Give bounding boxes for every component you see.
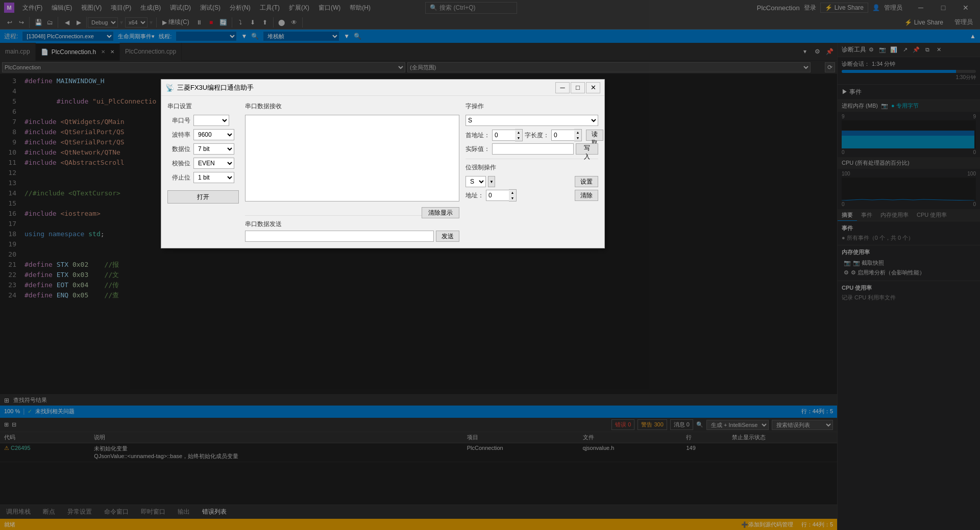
char-len-spinbox: ▲ ▼ [551,129,582,141]
baud-label: 波特率 [167,131,190,139]
char-len-down[interactable]: ▼ [574,135,581,141]
force-type-select[interactable]: S [465,176,486,187]
dialog-title: 三菱FX3U编程口通信助手 [177,83,552,92]
write-btn[interactable]: 写入 [576,143,598,155]
force-select-wrapper: S ▼ [465,176,495,187]
char-type-select[interactable]: S [465,115,598,126]
actual-input[interactable] [492,143,574,155]
char-len-label: 字长度： [525,131,549,140]
port-num-label: 串口号 [167,116,190,125]
force-addr-label: 地址： [465,191,484,200]
stop-bits-label: 停止位 [167,173,190,182]
stop-bits-select[interactable]: 1 bit [193,172,234,183]
force-addr-up[interactable]: ▲ [509,190,516,195]
read-btn[interactable]: 读取 [586,130,603,141]
parity-label: 校验位 [167,159,190,168]
force-addr-spinbox: ▲ ▼ [486,189,517,201]
receive-col: 串口数据接收 清除显示 串口数据发送 发送 [245,102,459,242]
data-bits-select[interactable]: 7 bit [193,143,234,155]
data-bits-label: 数据位 [167,145,190,154]
actual-label: 实际值： [465,145,490,154]
parity-row: 校验位 EVEN [167,158,239,169]
dialog-title-bar: 📡 三菱FX3U编程口通信助手 ─ □ ✕ [161,80,604,96]
force-type-row: S ▼ 设置 [465,176,598,187]
clear-display-btn[interactable]: 清除显示 [422,207,459,218]
force-reset-btn[interactable]: 清除 [575,190,598,201]
port-num-select[interactable] [193,115,229,126]
force-addr-down[interactable]: ▼ [509,195,516,201]
dialog-controls: ─ □ ✕ [555,82,600,93]
dialog-close-btn[interactable]: ✕ [586,82,600,93]
send-row: 发送 [245,231,459,242]
parity-select[interactable]: EVEN [193,158,234,169]
dialog-minimize-btn[interactable]: ─ [555,82,570,93]
port-settings-col: 串口设置 串口号 波特率 9600 数据位 7 bit [167,102,239,242]
baud-rate-row: 波特率 9600 [167,129,239,140]
serial-dialog: 📡 三菱FX3U编程口通信助手 ─ □ ✕ 串口设置 串口号 波 [161,79,605,248]
receive-title: 串口数据接收 [245,102,459,111]
dialog-maximize-btn[interactable]: □ [571,82,585,93]
force-addr-row: 地址： ▲ ▼ 清除 [465,189,598,201]
dialog-overlay: 📡 三菱FX3U编程口通信助手 ─ □ ✕ 串口设置 串口号 波 [0,0,980,530]
char-ops-section: 字操作 S 首地址： ▲ ▼ 字长度： [465,102,598,155]
port-num-row: 串口号 [167,115,239,126]
open-port-btn[interactable]: 打开 [167,190,239,204]
char-addr-label: 首地址： [465,131,490,140]
char-addr-spinbox: ▲ ▼ [492,129,523,141]
dialog-body: 串口设置 串口号 波特率 9600 数据位 7 bit [161,96,604,248]
stop-bits-row: 停止位 1 bit [167,172,239,183]
char-addr-row: 首地址： ▲ ▼ 字长度： ▲ [465,129,598,141]
receive-textarea[interactable] [245,115,459,201]
send-section: 串口数据发送 发送 [245,215,459,242]
baud-rate-select[interactable]: 9600 [193,129,234,140]
actual-row: 实际值： 写入 [465,143,598,155]
send-input[interactable] [245,231,434,242]
char-addr-up[interactable]: ▲ [515,130,522,135]
char-len-input[interactable] [551,130,574,141]
data-bits-row: 数据位 7 bit [167,143,239,155]
char-len-up[interactable]: ▲ [574,130,581,135]
char-addr-input[interactable] [492,130,515,141]
port-settings-title: 串口设置 [167,102,239,111]
char-addr-down[interactable]: ▼ [515,135,522,141]
force-ops-section: 位强制操作 S ▼ 设置 地址： [465,159,598,201]
force-addr-input[interactable] [486,190,509,201]
force-ops-title: 位强制操作 [465,163,598,172]
send-btn[interactable]: 发送 [436,231,459,242]
char-ops-title: 字操作 [465,102,598,111]
force-select-down[interactable]: ▼ [488,176,495,187]
send-label: 串口数据发送 [245,220,459,229]
dialog-icon: 📡 [165,84,174,92]
force-set-btn[interactable]: 设置 [575,176,598,187]
ops-col: 字操作 S 首地址： ▲ ▼ 字长度： [465,102,598,242]
